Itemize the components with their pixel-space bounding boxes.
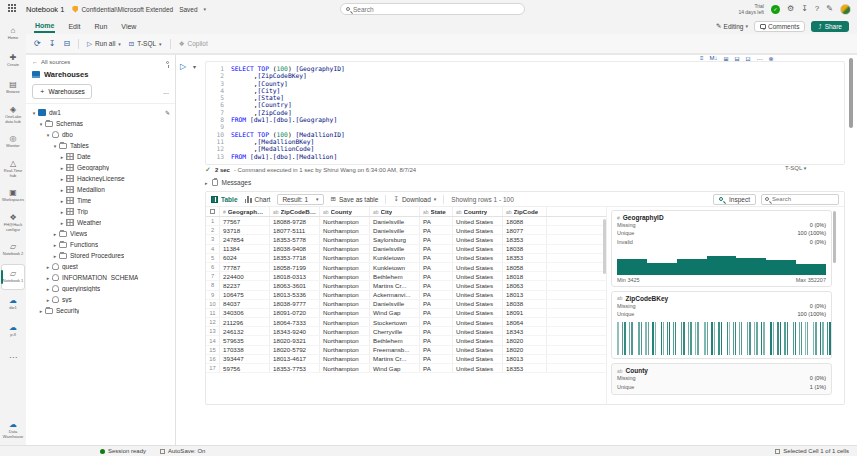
table-cell[interactable]: 18038: [503, 245, 547, 253]
table-cell[interactable]: PA: [420, 263, 453, 271]
tree-chevron-icon[interactable]: ▸: [58, 154, 66, 160]
tree-chevron-icon[interactable]: ▸: [44, 297, 52, 303]
table-cell[interactable]: 18058-7199: [270, 263, 320, 271]
cell-language-selector[interactable]: T-SQL ▾: [785, 165, 806, 171]
table-cell[interactable]: 18343: [503, 327, 547, 335]
table-cell[interactable]: Freemansb...: [370, 346, 420, 354]
table-cell[interactable]: 18058: [503, 263, 547, 271]
rail-item-create[interactable]: ✚Create: [1, 48, 25, 74]
code-line[interactable]: 3 ,[County]: [210, 80, 844, 87]
collapse-cell-icon[interactable]: ▾: [193, 63, 196, 70]
table-row[interactable]: 67778718058-7199NorthamptonKunkletownPAU…: [206, 263, 606, 272]
table-cell[interactable]: Northampton: [320, 245, 370, 253]
code-line[interactable]: 12 ,[MedallionCode]: [210, 145, 844, 152]
tree-chevron-icon[interactable]: ▸: [58, 209, 66, 215]
global-search[interactable]: [340, 3, 525, 15]
table-cell[interactable]: 6024: [220, 254, 270, 262]
table-cell[interactable]: 11384: [220, 245, 270, 253]
trial-badge[interactable]: Trial14 days left: [738, 3, 764, 15]
rail-item-dw1[interactable]: ☁dw1: [1, 291, 25, 317]
table-cell[interactable]: Northampton: [320, 291, 370, 299]
table-cell[interactable]: 18013-5336: [270, 291, 320, 299]
tree-item-trip[interactable]: ▸Trip: [26, 206, 175, 217]
tree-item-geography[interactable]: ▸Geography: [26, 162, 175, 173]
table-cell[interactable]: 393447: [220, 355, 270, 363]
table-cell[interactable]: 579635: [220, 336, 270, 344]
table-cell[interactable]: 18038-9408: [270, 245, 320, 253]
table-cell[interactable]: 18343-9240: [270, 327, 320, 335]
table-cell[interactable]: United States: [453, 336, 503, 344]
table-cell[interactable]: 18064: [503, 318, 547, 326]
select-all-cell[interactable]: [206, 207, 220, 216]
table-row[interactable]: 108403718038-9777NorthamptonDanielsville…: [206, 300, 606, 309]
table-cell[interactable]: 18088: [503, 217, 547, 225]
result-selector[interactable]: Result: 1 ▾: [277, 194, 323, 205]
table-cell[interactable]: PA: [420, 245, 453, 253]
more-options-icon[interactable]: ...: [163, 88, 169, 95]
table-cell[interactable]: 82237: [220, 281, 270, 289]
table-cell[interactable]: United States: [453, 346, 503, 354]
table-cell[interactable]: 18020: [503, 336, 547, 344]
code-line[interactable]: 11 ,[MedallionBKey]: [210, 138, 844, 145]
table-cell[interactable]: PA: [420, 318, 453, 326]
tree-item-views[interactable]: ▸Views: [26, 228, 175, 239]
table-cell[interactable]: Northampton: [320, 300, 370, 308]
page-scrollbar[interactable]: [849, 58, 853, 128]
tree-item-tables[interactable]: ▾Tables: [26, 140, 175, 151]
column-header-country[interactable]: abCountry: [453, 207, 503, 216]
table-cell[interactable]: 18064-7333: [270, 318, 320, 326]
rail-item-fh-hack-configur[interactable]: ❖FH@Hack configur: [1, 210, 25, 236]
table-cell[interactable]: 18038: [503, 300, 547, 308]
table-row[interactable]: 324785418353-5778NorthamptonSaylorsburgP…: [206, 235, 606, 244]
rail-item-p-fl[interactable]: ☁p-fl: [1, 318, 25, 344]
table-cell[interactable]: United States: [453, 355, 503, 363]
tree-chevron-icon[interactable]: ▾: [30, 110, 38, 116]
tree-item-information-schema[interactable]: ▸INFORMATION_SCHEMA: [26, 272, 175, 283]
table-cell[interactable]: Northampton: [320, 346, 370, 354]
pin-icon[interactable]: [166, 61, 169, 64]
tree-item-queryinsights[interactable]: ▸queryinsights: [26, 283, 175, 294]
table-cell[interactable]: 18353-7753: [270, 364, 320, 372]
tree-chevron-icon[interactable]: ▸: [44, 264, 52, 270]
table-cell[interactable]: PA: [420, 281, 453, 289]
tree-chevron-icon[interactable]: ▸: [58, 165, 66, 171]
rail-item-browse[interactable]: ▤Browse: [1, 75, 25, 101]
table-cell[interactable]: United States: [453, 281, 503, 289]
table-cell[interactable]: 18020-5792: [270, 346, 320, 354]
table-cell[interactable]: United States: [453, 300, 503, 308]
table-row[interactable]: 1324613218343-9240NorthamptonCherryville…: [206, 327, 606, 336]
table-row[interactable]: 29371818077-5111NorthamptonDanielsvilleP…: [206, 226, 606, 235]
table-cell[interactable]: United States: [453, 217, 503, 225]
table-cell[interactable]: Wind Gap: [370, 364, 420, 372]
code-line[interactable]: 8FROM [dw1].[dbo].[Geography]: [210, 116, 844, 123]
tree-chevron-icon[interactable]: ▸: [44, 275, 52, 281]
tree-item-security[interactable]: ▸Security: [26, 305, 175, 316]
table-row[interactable]: 722440018018-0313NorthamptonBethlehemPAU…: [206, 272, 606, 281]
sync-icon[interactable]: ⟳: [34, 40, 41, 48]
tree-item-stored-procedures[interactable]: ▸Stored Procedures: [26, 250, 175, 261]
print-icon[interactable]: ⊟: [63, 40, 70, 48]
table-cell[interactable]: 170338: [220, 346, 270, 354]
table-cell[interactable]: Northampton: [320, 235, 370, 243]
download-app-icon[interactable]: ↧: [801, 5, 808, 13]
chart-view-button[interactable]: Chart: [245, 196, 271, 203]
tree-chevron-icon[interactable]: ▸: [58, 176, 66, 182]
table-cell[interactable]: 18353-5778: [270, 235, 320, 243]
table-cell[interactable]: Northampton: [320, 309, 370, 317]
export-icon[interactable]: ↧: [49, 40, 56, 48]
table-cell[interactable]: Northampton: [320, 217, 370, 225]
table-cell[interactable]: United States: [453, 235, 503, 243]
rail-item-data-warehouse[interactable]: ☁Data Warehouse: [1, 417, 25, 443]
table-row[interactable]: 1221129618064-7333NorthamptonStockertown…: [206, 318, 606, 327]
language-selector[interactable]: ⊡ T-SQL ▾: [129, 40, 162, 48]
table-cell[interactable]: 340306: [220, 309, 270, 317]
table-cell[interactable]: 18018: [503, 272, 547, 280]
tree-chevron-icon[interactable]: ▾: [51, 143, 59, 149]
rail-item-more[interactable]: ⋯: [1, 345, 25, 371]
table-cell[interactable]: United States: [453, 263, 503, 271]
tree-item-hackneylicense[interactable]: ▸HackneyLicense: [26, 173, 175, 184]
tree-chevron-icon[interactable]: ▸: [58, 220, 66, 226]
table-cell[interactable]: PA: [420, 254, 453, 262]
tab-home[interactable]: Home: [34, 20, 55, 33]
code-line[interactable]: 6 ,[Country]: [210, 101, 844, 108]
